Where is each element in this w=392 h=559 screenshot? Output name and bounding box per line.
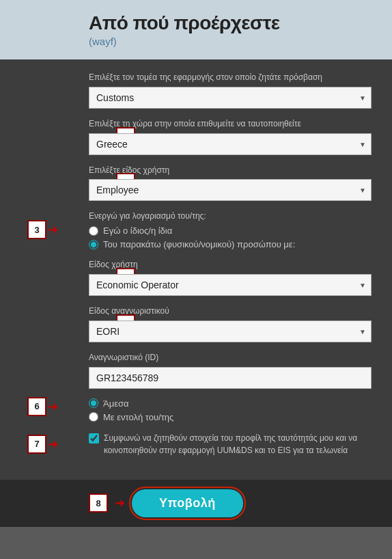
indicator-7: 7	[27, 435, 46, 454]
consent-label: Συμφωνώ να ζητηθούν στοιχεία του προφίλ …	[104, 432, 372, 456]
radio-direct-label: Άμεσα	[103, 398, 129, 409]
acting-label: Ενεργώ για λογαριασμό του/της:	[89, 210, 372, 222]
radio-self[interactable]: Εγώ ο ίδιος/η ίδια	[89, 226, 372, 236]
id-label: Αναγνωριστικό (ID)	[89, 352, 372, 364]
eo-select[interactable]: Economic Operator	[89, 274, 372, 296]
consent-group: 7 ➜ Συμφωνώ να ζητηθούν στοιχεία του προ…	[89, 432, 372, 456]
radio-direct-input[interactable]	[89, 398, 98, 408]
indicator-6: 6	[27, 397, 46, 416]
page-subtitle: (wayf)	[89, 36, 378, 47]
radio-other[interactable]: Του παρακάτω (φυσικού/νομικού) προσώπου …	[89, 239, 372, 249]
form-content: Επιλέξτε τον τομέα της εφαρμογής στον οπ…	[0, 59, 392, 480]
sector-select[interactable]: Customs	[89, 87, 372, 109]
sector-group: Επιλέξτε τον τομέα της εφαρμογής στον οπ…	[89, 72, 372, 109]
country-select[interactable]: Greece	[89, 133, 372, 155]
sector-select-wrapper: Customs	[89, 87, 372, 109]
arrow-8: ➜	[115, 495, 125, 510]
radio-direct[interactable]: Άμεσα	[89, 398, 372, 409]
consent-checkbox[interactable]	[89, 433, 99, 444]
usertype-select[interactable]: Employee	[89, 179, 372, 201]
id-input[interactable]	[89, 367, 372, 389]
indicator-3: 3	[27, 220, 46, 239]
acting-group: 3 ➜ Ενεργώ για λογαριασμό του/της: Εγώ ο…	[89, 210, 372, 249]
eo-group: 4 ➜ Είδος χρήστη Economic Operator	[89, 259, 372, 296]
header: Από πού προέρχεστε (wayf)	[0, 0, 392, 59]
sector-label: Επιλέξτε τον τομέα της εφαρμογής στον οπ…	[89, 72, 372, 83]
arrow-6: ➜	[48, 399, 58, 414]
bottom-bar: 8 ➜ Υποβολή	[0, 480, 392, 527]
country-group: 1 ➜ Επιλέξτε τη χώρα στην οποία επιθυμεί…	[89, 118, 372, 155]
radio-mandate[interactable]: Με εντολή του/της	[89, 412, 372, 422]
radio-self-input[interactable]	[89, 226, 98, 236]
eori-type-group: 5 ➜ Είδος αναγνωριστικού EORI	[89, 305, 372, 342]
usertype-group: 2 ➜ Επιλέξτε είδος χρήστη Employee	[89, 165, 372, 202]
direct-group: 6 ➜ Άμεσα Με εντολή του/της	[89, 398, 372, 422]
radio-mandate-label: Με εντολή του/της	[103, 412, 173, 422]
id-group: Αναγνωριστικό (ID)	[89, 352, 372, 389]
page-title: Από πού προέρχεστε	[89, 12, 378, 34]
submit-button[interactable]: Υποβολή	[132, 489, 243, 517]
radio-mandate-input[interactable]	[89, 412, 98, 422]
radio-self-label: Εγώ ο ίδιος/η ίδια	[103, 226, 172, 236]
arrow-7: ➜	[48, 437, 58, 452]
eori-type-select[interactable]: EORI	[89, 321, 372, 342]
radio-other-label: Του παρακάτω (φυσικού/νομικού) προσώπου …	[103, 239, 295, 249]
radio-other-input[interactable]	[89, 240, 98, 249]
arrow-3: ➜	[48, 222, 58, 237]
indicator-8: 8	[89, 493, 108, 513]
